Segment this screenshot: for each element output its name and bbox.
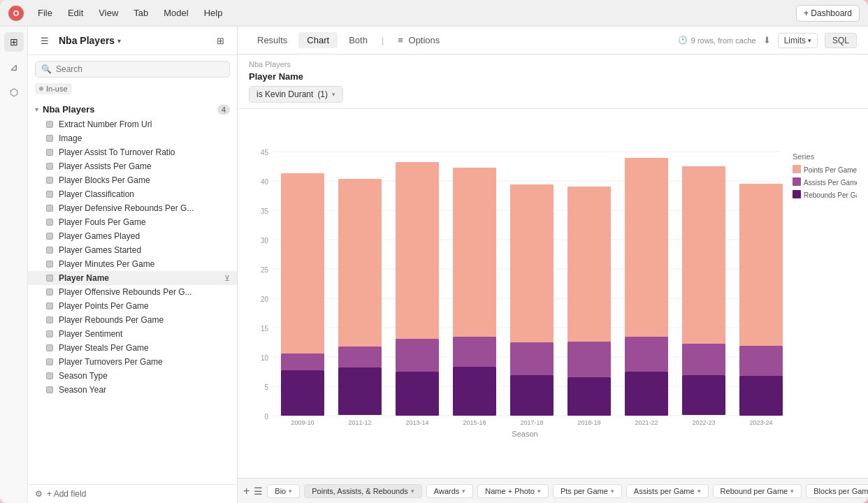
add-dashboard-button[interactable]: + Dashboard: [796, 5, 860, 22]
tab-name-photo[interactable]: Name + Photo ▾: [477, 484, 549, 498]
svg-text:Season: Season: [512, 430, 537, 438]
bar-group-1[interactable]: 2011-12: [338, 179, 382, 426]
limits-button[interactable]: Limits ▾: [778, 33, 818, 48]
field-name: Player Name: [59, 273, 219, 283]
svg-rect-30: [396, 162, 439, 339]
tab-rebound-per-game[interactable]: Rebound per Game ▾: [713, 484, 802, 498]
tab-both[interactable]: Both: [340, 32, 376, 48]
filter-field-label: Player Name: [249, 71, 857, 82]
tab-pts-per-game[interactable]: Pts per Game ▾: [553, 484, 622, 498]
bar-group-4[interactable]: 2017-18: [510, 184, 554, 426]
svg-text:Rebounds Per Gam...: Rebounds Per Gam...: [804, 191, 857, 199]
sidebar: ☰ Nba Players ⊞ 🔍 In-use: [28, 27, 238, 503]
field-group-header[interactable]: ▾ Nba Players 4: [28, 101, 237, 117]
field-item-extract-number[interactable]: Extract Number From Url: [28, 117, 237, 131]
field-item-image[interactable]: Image: [28, 131, 237, 145]
field-item-blocks[interactable]: Player Blocks Per Game: [28, 173, 237, 187]
menu-view[interactable]: View: [96, 6, 121, 20]
tab-assists-chevron: ▾: [697, 488, 701, 495]
field-item-player-name[interactable]: Player Name ⊻: [28, 271, 237, 285]
bar-group-3[interactable]: 2015-16: [453, 168, 496, 426]
tab-list-icon[interactable]: ☰: [254, 483, 263, 499]
svg-text:10: 10: [261, 354, 269, 362]
app-logo: O: [8, 6, 24, 21]
tag-icon[interactable]: ⬡: [4, 82, 24, 102]
bar-group-5[interactable]: 2018-19: [567, 187, 611, 426]
tab-blocks-per-game[interactable]: Blocks per Game ▾: [806, 484, 868, 498]
svg-rect-62: [793, 190, 801, 198]
bar-group-2[interactable]: 2013-14: [396, 162, 439, 426]
field-item-steals[interactable]: Player Steals Per Game: [28, 341, 237, 355]
field-item-assist-turnover[interactable]: Player Assist To Turnover Ratio: [28, 145, 237, 159]
field-item-games-played[interactable]: Player Games Played: [28, 229, 237, 243]
field-item-points[interactable]: Player Points Per Game: [28, 299, 237, 313]
add-tab-button[interactable]: +: [243, 483, 249, 499]
svg-text:2015-16: 2015-16: [463, 419, 486, 426]
tab-bio-chevron: ▾: [289, 488, 292, 495]
svg-text:0: 0: [264, 413, 268, 421]
bar-group-0[interactable]: 2009-10: [281, 173, 324, 426]
bar-group-7[interactable]: 2022-23: [682, 166, 725, 426]
field-type-icon: [46, 191, 53, 198]
field-item-assists-per-game[interactable]: Player Assists Per Game: [28, 159, 237, 173]
menu-edit[interactable]: Edit: [65, 6, 86, 20]
tab-points-assists-rebounds[interactable]: Points, Assists, & Rebounds ▾: [304, 484, 422, 498]
field-item-season-type[interactable]: Season Type: [28, 369, 237, 383]
menu-file[interactable]: File: [35, 6, 55, 20]
in-use-label: In-use: [46, 85, 68, 93]
field-item-off-rebounds[interactable]: Player Offensive Rebounds Per G...: [28, 285, 237, 299]
add-field-button[interactable]: + Add field: [47, 489, 86, 499]
menu-model[interactable]: Model: [161, 6, 191, 20]
tab-bio[interactable]: Bio ▾: [267, 484, 300, 498]
tab-chart[interactable]: Chart: [298, 32, 338, 48]
tab-results[interactable]: Results: [249, 32, 296, 48]
field-name: Image: [59, 133, 230, 143]
menu-help[interactable]: Help: [201, 6, 226, 20]
filter-chip[interactable]: is Kevin Durant (1) ▾: [249, 86, 343, 103]
layers-icon[interactable]: ⊿: [4, 57, 24, 77]
svg-text:25: 25: [261, 266, 269, 274]
sql-button[interactable]: SQL: [825, 33, 857, 48]
field-item-season-year[interactable]: Season Year: [28, 383, 237, 397]
bar-group-8[interactable]: 2023-24: [739, 184, 783, 426]
field-item-rebounds[interactable]: Player Rebounds Per Game: [28, 313, 237, 327]
svg-rect-25: [338, 347, 382, 367]
grid-icon[interactable]: ⊞: [4, 32, 24, 52]
filter-bar: Nba Players Player Name is Kevin Durant …: [238, 54, 868, 109]
search-input[interactable]: [56, 64, 224, 74]
sidebar-settings-icon[interactable]: ⊞: [212, 32, 229, 49]
sidebar-header: ☰ Nba Players ⊞: [28, 27, 237, 55]
field-item-fouls[interactable]: Player Fouls Per Game: [28, 215, 237, 229]
bar-group-6[interactable]: 2021-22: [625, 158, 668, 426]
svg-rect-42: [567, 187, 611, 342]
field-item-classification[interactable]: Player Classification: [28, 187, 237, 201]
field-name: Season Type: [59, 371, 230, 381]
field-type-icon: [46, 177, 53, 184]
left-icon-bar: ⊞ ⊿ ⬡: [0, 27, 28, 503]
menu-tab[interactable]: Tab: [131, 6, 151, 20]
settings-icon[interactable]: ⚙: [35, 489, 43, 499]
svg-rect-60: [793, 177, 801, 186]
tab-assists-per-game-label: Assists per Game: [634, 487, 695, 495]
field-item-def-rebounds[interactable]: Player Defensive Rebounds Per G...: [28, 201, 237, 215]
svg-text:15: 15: [261, 325, 269, 333]
toolbar-right: 🕐 9 rows, from cache ⬇ Limits ▾ SQL: [678, 33, 857, 48]
svg-rect-49: [682, 344, 725, 375]
field-item-minutes[interactable]: Player Minutes Per Game: [28, 257, 237, 271]
field-item-sentiment[interactable]: Player Sentiment: [28, 327, 237, 341]
bottom-tabs: + ☰ Bio ▾ Points, Assists, & Rebounds ▾ …: [238, 478, 868, 503]
sidebar-toggle-icon[interactable]: ☰: [36, 32, 53, 49]
tab-assists-per-game[interactable]: Assists per Game ▾: [626, 484, 709, 498]
svg-text:2017-18: 2017-18: [520, 419, 543, 426]
filter-breadcrumb: Nba Players: [249, 60, 857, 68]
download-icon[interactable]: ⬇: [763, 35, 771, 45]
svg-rect-29: [396, 339, 439, 372]
field-item-turnovers[interactable]: Player Turnovers Per Game: [28, 355, 237, 369]
svg-rect-28: [396, 372, 439, 416]
tab-awards[interactable]: Awards ▾: [426, 484, 473, 498]
field-item-games-started[interactable]: Player Games Started: [28, 243, 237, 257]
in-use-badge[interactable]: In-use: [35, 83, 72, 94]
svg-rect-33: [453, 337, 496, 367]
sidebar-dropdown-icon[interactable]: [117, 37, 121, 45]
options-button[interactable]: ≡ Options: [389, 32, 448, 48]
